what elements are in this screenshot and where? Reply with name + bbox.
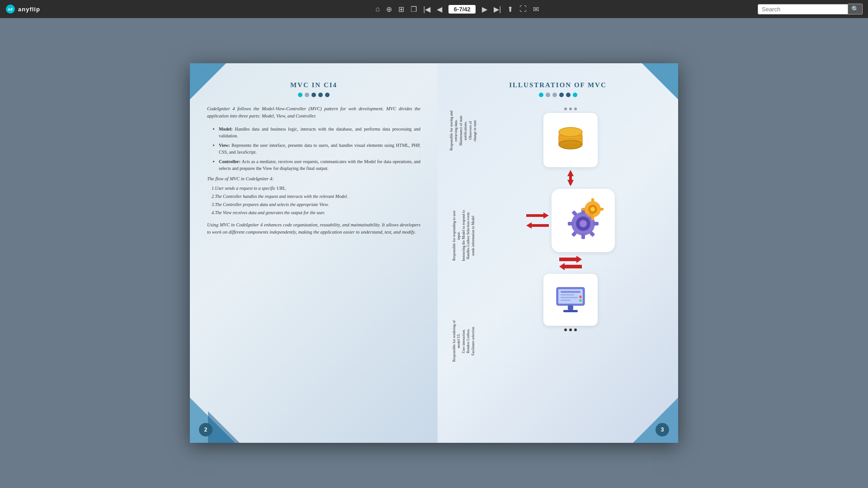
top-dot-1 xyxy=(564,108,567,110)
top-dot-3 xyxy=(574,108,577,110)
svg-point-4 xyxy=(559,140,582,149)
gear-icon xyxy=(558,196,608,245)
bullet-list: Model: Handles data and business logic, … xyxy=(212,126,420,172)
vert-arrows-1 xyxy=(564,169,577,187)
bullet-view: View: Represents the user interface, pre… xyxy=(219,142,420,155)
home-icon[interactable]: ⌂ xyxy=(375,5,380,13)
svg-rect-18 xyxy=(532,224,549,227)
svg-rect-12 xyxy=(569,176,572,180)
svg-rect-46 xyxy=(561,300,571,301)
left-label-column: Responsible for storing andretrieving da… xyxy=(451,105,476,367)
svg-rect-33 xyxy=(591,198,594,202)
controller-row xyxy=(526,189,615,252)
rdot-3 xyxy=(552,93,557,97)
svg-rect-43 xyxy=(561,291,580,293)
svg-rect-16 xyxy=(526,214,543,217)
svg-marker-15 xyxy=(543,212,549,219)
database-icon xyxy=(554,124,587,156)
svg-rect-48 xyxy=(563,310,578,312)
svg-marker-14 xyxy=(567,180,574,186)
rdot-6 xyxy=(573,93,577,97)
rdot-1 xyxy=(539,93,543,97)
svg-rect-25 xyxy=(568,222,573,225)
deco-tri-bottomright xyxy=(633,398,678,443)
svg-rect-47 xyxy=(568,305,573,310)
center-column xyxy=(476,105,665,331)
svg-point-5 xyxy=(559,127,582,136)
search-button[interactable]: 🔍 xyxy=(848,4,863,14)
svg-rect-24 xyxy=(593,222,599,225)
rdot-4 xyxy=(559,93,564,97)
logo-area: AF anyflip xyxy=(5,4,40,14)
top-dots xyxy=(564,108,577,110)
svg-rect-44 xyxy=(561,294,574,296)
svg-text:AF: AF xyxy=(8,7,13,12)
deco-tri-topleft xyxy=(190,63,226,99)
bot-dot-2 xyxy=(569,328,572,331)
flow-step-2: 2.The Controller handles the request and… xyxy=(212,193,420,200)
next-page-icon[interactable]: ▶ xyxy=(482,5,487,14)
svg-marker-37 xyxy=(576,256,582,263)
controller-label: Responsible for responding to userinput.… xyxy=(451,209,476,262)
bullet-model: Model: Handles data and business logic, … xyxy=(219,126,420,139)
dot-5 xyxy=(325,93,330,97)
fullscreen-icon[interactable]: ⛶ xyxy=(519,5,527,13)
last-page-icon[interactable]: ▶| xyxy=(494,5,501,14)
search-input[interactable] xyxy=(758,4,848,14)
right-page: ILLUSTRATION OF MVC Responsible for stor… xyxy=(438,63,678,443)
toolbar: AF anyflip ⌂ ⊕ ⊞ ❐ |◀ ◀ 6-7/42 ▶ ▶| ⬆ ⛶ … xyxy=(0,0,868,18)
bullet-controller: Controller: Acts as a mediator, receives… xyxy=(219,158,420,172)
up-down-arrows xyxy=(564,169,577,187)
prev-page-icon[interactable]: ◀ xyxy=(437,5,442,14)
arrow-left-1 xyxy=(526,221,549,230)
mail-icon[interactable]: ✉ xyxy=(533,5,539,14)
grid-icon[interactable]: ⊞ xyxy=(398,5,404,14)
svg-rect-34 xyxy=(591,216,594,220)
top-dot-2 xyxy=(569,108,572,110)
horiz-arrows-2 xyxy=(559,254,582,272)
bot-dot-1 xyxy=(564,328,567,331)
svg-marker-39 xyxy=(559,263,565,270)
arrow-right-1 xyxy=(526,211,549,220)
view-gear-box xyxy=(552,189,615,252)
svg-point-21 xyxy=(580,220,587,227)
toolbar-icons: ⌂ ⊕ ⊞ ❐ |◀ ◀ 6-7/42 ▶ ▶| ⬆ ⛶ ✉ xyxy=(52,5,863,14)
dot-2 xyxy=(305,93,309,97)
view-label: Responsible for rendering ofmodel UI.Use… xyxy=(451,319,476,363)
flow-step-4: 4.The View receives data and generates t… xyxy=(212,209,420,216)
svg-marker-11 xyxy=(567,170,574,176)
first-page-icon[interactable]: |◀ xyxy=(423,5,430,14)
svg-point-49 xyxy=(579,296,582,298)
flow-step-3: 3.The Controller prepares data and selec… xyxy=(212,201,420,208)
left-page-dots xyxy=(207,93,420,97)
zoom-icon[interactable]: ⊕ xyxy=(386,5,392,14)
rdot-2 xyxy=(546,93,550,97)
horiz-arrows-left xyxy=(526,211,549,230)
left-page-title: MVC IN CI4 xyxy=(207,81,420,89)
vert-arrows-2 xyxy=(559,254,582,272)
rdot-5 xyxy=(566,93,571,97)
book: MVC IN CI4 CodeIgniter 4 follows the Mod… xyxy=(190,63,678,443)
left-page-intro: CodeIgniter 4 follows the Model-View-Con… xyxy=(207,105,420,120)
svg-point-32 xyxy=(590,207,595,211)
svg-rect-23 xyxy=(581,234,585,239)
flow-title: The flow of MVC in CodeIgniter 4: xyxy=(207,176,420,181)
deco-tri-bottomleft2 xyxy=(208,411,240,443)
dot-1 xyxy=(298,93,302,97)
svg-point-50 xyxy=(579,299,582,302)
left-page-number: 2 xyxy=(199,423,212,436)
deco-tri-topright xyxy=(642,63,678,99)
model-label: Responsible for storing andretrieving da… xyxy=(448,110,478,151)
bottom-dots xyxy=(564,328,577,331)
right-page-dots xyxy=(451,93,665,97)
anyflip-logo-icon: AF xyxy=(5,4,15,14)
model-box xyxy=(543,113,598,167)
svg-rect-36 xyxy=(582,208,586,211)
left-page: MVC IN CI4 CodeIgniter 4 follows the Mod… xyxy=(190,63,438,443)
svg-rect-35 xyxy=(599,208,604,211)
bookmark-icon[interactable]: ❐ xyxy=(410,5,417,14)
share-icon[interactable]: ⬆ xyxy=(507,5,513,14)
svg-rect-40 xyxy=(565,265,582,268)
page-indicator[interactable]: 6-7/42 xyxy=(448,5,476,14)
right-page-number: 3 xyxy=(656,423,669,436)
